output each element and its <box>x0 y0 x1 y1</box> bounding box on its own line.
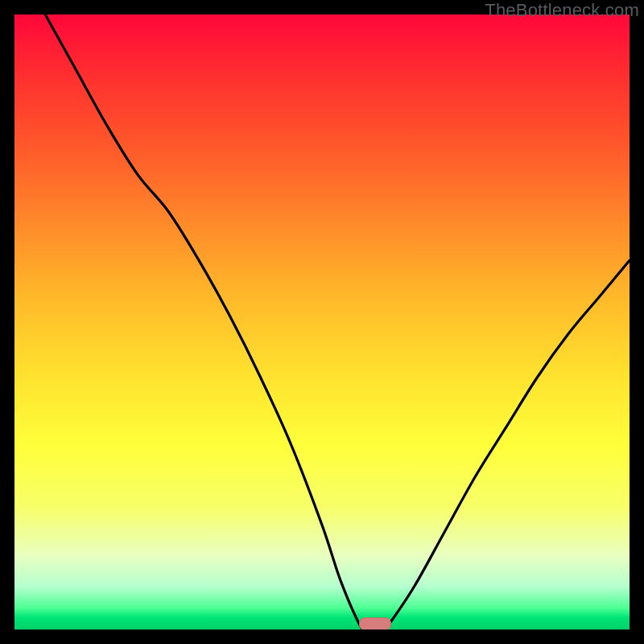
bottleneck-curve <box>14 14 630 630</box>
optimal-marker <box>359 617 391 630</box>
watermark-text: TheBottleneck.com <box>485 0 639 21</box>
chart-frame: TheBottleneck.com <box>0 0 644 644</box>
plot-area <box>14 14 630 630</box>
